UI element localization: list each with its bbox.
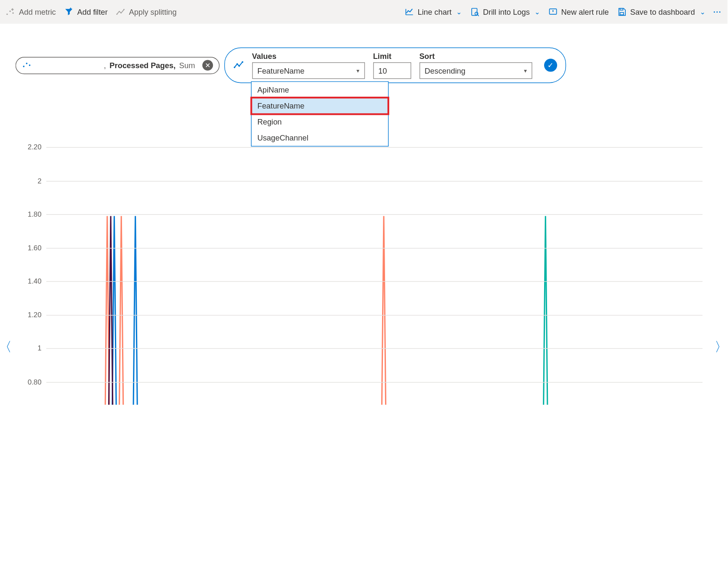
limit-label: Limit — [373, 52, 411, 61]
apply-splitting-label: Apply splitting — [129, 8, 177, 16]
sort-select[interactable]: Descending ▾ — [419, 62, 532, 79]
new-alert-button[interactable]: New alert rule — [548, 7, 609, 17]
limit-value: 10 — [378, 66, 387, 75]
svg-point-11 — [26, 62, 28, 64]
add-filter-button[interactable]: Add filter — [64, 7, 107, 17]
sort-value: Descending — [425, 66, 465, 75]
y-tick-label: 2 — [37, 177, 41, 185]
save-icon — [617, 7, 627, 17]
y-tick-label: 1 — [37, 344, 41, 353]
y-tick-label: 2.20 — [28, 143, 42, 151]
metrics-toolbar: Add metric Add filter Apply splitting Li… — [0, 0, 728, 24]
svg-rect-9 — [620, 8, 623, 10]
svg-point-13 — [234, 66, 235, 68]
y-tick-label: 1.40 — [28, 277, 42, 286]
chart-type-button[interactable]: Line chart ⌄ — [405, 7, 462, 17]
save-dashboard-label: Save to dashboard — [630, 8, 695, 16]
splitting-pill: Values FeatureName ▾ Limit 10 Sort Desce… — [224, 48, 566, 83]
metric-pill[interactable]: , Processed Pages, Sum ✕ — [16, 57, 220, 74]
splitting-icon — [116, 7, 126, 17]
y-tick-label: 0.80 — [28, 378, 42, 386]
save-dashboard-button[interactable]: Save to dashboard ⌄ — [617, 7, 705, 17]
logs-icon — [470, 7, 480, 17]
values-select[interactable]: FeatureName ▾ — [252, 62, 365, 79]
svg-point-12 — [29, 64, 31, 66]
metric-name: Processed Pages, — [109, 61, 175, 70]
values-option[interactable]: Region — [251, 114, 388, 130]
values-value: FeatureName — [257, 66, 304, 75]
y-tick-label: 1.80 — [28, 210, 42, 219]
svg-point-4 — [124, 9, 125, 10]
chevron-down-icon: ▾ — [524, 67, 527, 74]
more-actions-button[interactable]: ··· — [713, 8, 722, 16]
values-label: Values — [252, 52, 365, 61]
svg-point-2 — [12, 12, 13, 13]
remove-metric-icon[interactable]: ✕ — [202, 60, 213, 70]
y-tick-label: 1.60 — [28, 244, 42, 252]
apply-splitting-check[interactable]: ✓ — [544, 59, 557, 72]
svg-point-3 — [117, 13, 118, 15]
new-alert-label: New alert rule — [561, 8, 609, 16]
svg-point-0 — [6, 13, 8, 15]
svg-point-15 — [238, 65, 240, 66]
metric-agg: Sum — [179, 61, 195, 70]
svg-point-1 — [9, 11, 11, 12]
apply-splitting-button[interactable]: Apply splitting — [116, 7, 177, 17]
chart-area: 〈 〉 2.2021.801.601.401.2010.800.600.400.… — [0, 119, 728, 405]
limit-input[interactable]: 10 — [373, 62, 411, 79]
svg-point-14 — [236, 63, 238, 64]
drill-logs-button[interactable]: Drill into Logs ⌄ — [470, 7, 540, 17]
metric-config-row: , Processed Pages, Sum ✕ Values FeatureN… — [16, 48, 728, 83]
svg-rect-8 — [620, 13, 623, 15]
add-filter-label: Add filter — [77, 8, 107, 16]
values-option[interactable]: FeatureName — [251, 98, 388, 114]
svg-point-6 — [475, 12, 478, 15]
filter-icon — [64, 7, 74, 17]
chart-next-button[interactable]: 〉 — [715, 338, 728, 356]
alert-icon — [548, 7, 558, 17]
splitting-pill-icon — [233, 59, 244, 72]
values-option[interactable]: ApiName — [251, 82, 388, 98]
metric-prefix: , — [104, 61, 106, 70]
chevron-down-icon: ⌄ — [534, 8, 540, 16]
y-tick-label: 1.20 — [28, 311, 42, 319]
line-chart-icon — [405, 7, 414, 17]
add-metric-label: Add metric — [19, 8, 56, 16]
add-metric-button[interactable]: Add metric — [6, 7, 56, 17]
line-chart: 2.2021.801.601.401.2010.800.600.400.200 … — [46, 119, 702, 405]
chart-prev-button[interactable]: 〈 — [0, 338, 12, 356]
values-dropdown: ApiNameFeatureNameRegionUsageChannel — [251, 81, 388, 146]
values-option[interactable]: UsageChannel — [251, 130, 388, 146]
drill-logs-label: Drill into Logs — [483, 8, 530, 16]
chart-type-label: Line chart — [418, 8, 452, 16]
chevron-down-icon: ⌄ — [456, 8, 462, 16]
svg-point-10 — [23, 65, 25, 67]
chevron-down-icon: ⌄ — [700, 8, 705, 16]
svg-point-16 — [242, 61, 243, 63]
chevron-down-icon: ▾ — [356, 67, 359, 74]
sort-label: Sort — [419, 52, 532, 61]
add-metric-icon — [6, 7, 16, 17]
metric-icon — [22, 60, 32, 71]
